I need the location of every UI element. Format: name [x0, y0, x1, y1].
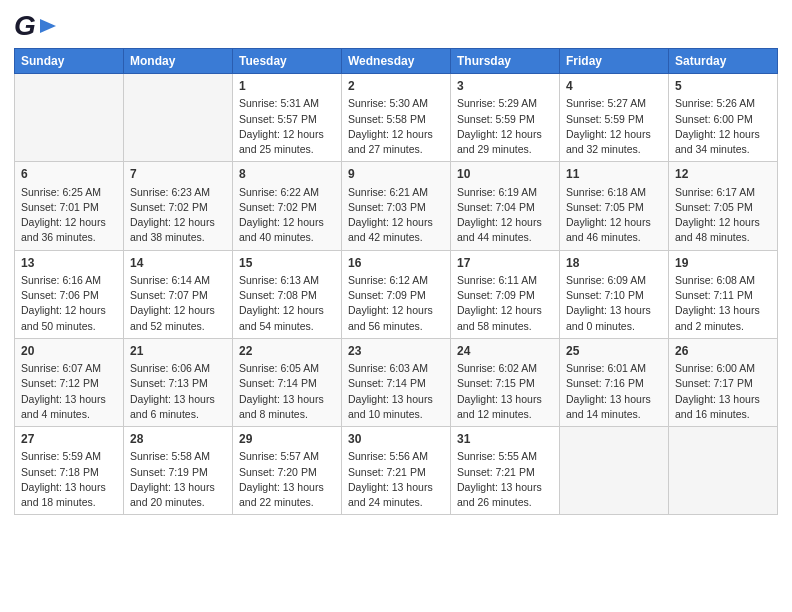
calendar-cell: 24Sunrise: 6:02 AMSunset: 7:15 PMDayligh…: [451, 338, 560, 426]
day-number: 10: [457, 166, 553, 183]
calendar-cell: 28Sunrise: 5:58 AMSunset: 7:19 PMDayligh…: [124, 427, 233, 515]
daylight-minutes-text: and 0 minutes.: [566, 320, 635, 332]
daylight-minutes-text: and 22 minutes.: [239, 496, 314, 508]
daylight-minutes-text: and 58 minutes.: [457, 320, 532, 332]
logo-g: G: [14, 10, 36, 42]
sunset-text: Sunset: 7:05 PM: [566, 201, 644, 213]
sunset-text: Sunset: 7:13 PM: [130, 377, 208, 389]
sunset-text: Sunset: 7:21 PM: [457, 466, 535, 478]
daylight-text: Daylight: 13 hours: [457, 481, 542, 493]
daylight-minutes-text: and 29 minutes.: [457, 143, 532, 155]
sunset-text: Sunset: 7:05 PM: [675, 201, 753, 213]
calendar-cell: 25Sunrise: 6:01 AMSunset: 7:16 PMDayligh…: [560, 338, 669, 426]
daylight-text: Daylight: 13 hours: [675, 393, 760, 405]
sunset-text: Sunset: 5:59 PM: [457, 113, 535, 125]
sunset-text: Sunset: 7:07 PM: [130, 289, 208, 301]
daylight-minutes-text: and 10 minutes.: [348, 408, 423, 420]
day-number: 8: [239, 166, 335, 183]
day-number: 24: [457, 343, 553, 360]
day-number: 15: [239, 255, 335, 272]
daylight-text: Daylight: 12 hours: [348, 128, 433, 140]
daylight-text: Daylight: 13 hours: [239, 393, 324, 405]
logo-arrow-icon: [40, 19, 56, 33]
sunset-text: Sunset: 7:15 PM: [457, 377, 535, 389]
sunset-text: Sunset: 7:09 PM: [348, 289, 426, 301]
calendar-cell: 19Sunrise: 6:08 AMSunset: 7:11 PMDayligh…: [669, 250, 778, 338]
sunset-text: Sunset: 7:01 PM: [21, 201, 99, 213]
daylight-minutes-text: and 36 minutes.: [21, 231, 96, 243]
weekday-header-tuesday: Tuesday: [233, 49, 342, 74]
sunset-text: Sunset: 5:57 PM: [239, 113, 317, 125]
header: G: [14, 10, 778, 42]
daylight-minutes-text: and 25 minutes.: [239, 143, 314, 155]
daylight-text: Daylight: 13 hours: [566, 304, 651, 316]
daylight-minutes-text: and 52 minutes.: [130, 320, 205, 332]
calendar-cell: 30Sunrise: 5:56 AMSunset: 7:21 PMDayligh…: [342, 427, 451, 515]
daylight-minutes-text: and 20 minutes.: [130, 496, 205, 508]
daylight-minutes-text: and 34 minutes.: [675, 143, 750, 155]
day-number: 22: [239, 343, 335, 360]
day-number: 11: [566, 166, 662, 183]
sunset-text: Sunset: 6:00 PM: [675, 113, 753, 125]
day-number: 19: [675, 255, 771, 272]
logo-blue: [37, 19, 56, 33]
logo: G: [14, 10, 56, 42]
day-number: 14: [130, 255, 226, 272]
day-number: 1: [239, 78, 335, 95]
sunrise-text: Sunrise: 6:12 AM: [348, 274, 428, 286]
sunrise-text: Sunrise: 6:23 AM: [130, 186, 210, 198]
daylight-text: Daylight: 13 hours: [348, 481, 433, 493]
day-number: 7: [130, 166, 226, 183]
calendar-cell: 6Sunrise: 6:25 AMSunset: 7:01 PMDaylight…: [15, 162, 124, 250]
day-number: 3: [457, 78, 553, 95]
calendar-cell: 4Sunrise: 5:27 AMSunset: 5:59 PMDaylight…: [560, 74, 669, 162]
daylight-text: Daylight: 13 hours: [675, 304, 760, 316]
calendar-week-1: 1Sunrise: 5:31 AMSunset: 5:57 PMDaylight…: [15, 74, 778, 162]
day-number: 30: [348, 431, 444, 448]
day-number: 26: [675, 343, 771, 360]
daylight-text: Daylight: 12 hours: [566, 128, 651, 140]
day-number: 20: [21, 343, 117, 360]
calendar-cell: 3Sunrise: 5:29 AMSunset: 5:59 PMDaylight…: [451, 74, 560, 162]
sunset-text: Sunset: 7:19 PM: [130, 466, 208, 478]
calendar-cell: 23Sunrise: 6:03 AMSunset: 7:14 PMDayligh…: [342, 338, 451, 426]
sunrise-text: Sunrise: 5:55 AM: [457, 450, 537, 462]
sunrise-text: Sunrise: 5:58 AM: [130, 450, 210, 462]
calendar-cell: [669, 427, 778, 515]
sunset-text: Sunset: 7:21 PM: [348, 466, 426, 478]
calendar-cell: 10Sunrise: 6:19 AMSunset: 7:04 PMDayligh…: [451, 162, 560, 250]
calendar-cell: 18Sunrise: 6:09 AMSunset: 7:10 PMDayligh…: [560, 250, 669, 338]
daylight-text: Daylight: 13 hours: [457, 393, 542, 405]
calendar-cell: 2Sunrise: 5:30 AMSunset: 5:58 PMDaylight…: [342, 74, 451, 162]
daylight-text: Daylight: 13 hours: [348, 393, 433, 405]
daylight-text: Daylight: 12 hours: [21, 216, 106, 228]
calendar-cell: 13Sunrise: 6:16 AMSunset: 7:06 PMDayligh…: [15, 250, 124, 338]
sunrise-text: Sunrise: 5:56 AM: [348, 450, 428, 462]
daylight-minutes-text: and 6 minutes.: [130, 408, 199, 420]
daylight-minutes-text: and 56 minutes.: [348, 320, 423, 332]
daylight-text: Daylight: 13 hours: [130, 393, 215, 405]
weekday-header-friday: Friday: [560, 49, 669, 74]
daylight-text: Daylight: 12 hours: [457, 128, 542, 140]
daylight-text: Daylight: 13 hours: [130, 481, 215, 493]
daylight-text: Daylight: 13 hours: [21, 393, 106, 405]
calendar-cell: 29Sunrise: 5:57 AMSunset: 7:20 PMDayligh…: [233, 427, 342, 515]
daylight-minutes-text: and 14 minutes.: [566, 408, 641, 420]
sunset-text: Sunset: 7:02 PM: [130, 201, 208, 213]
daylight-text: Daylight: 12 hours: [130, 216, 215, 228]
daylight-minutes-text: and 50 minutes.: [21, 320, 96, 332]
sunrise-text: Sunrise: 6:01 AM: [566, 362, 646, 374]
sunrise-text: Sunrise: 6:17 AM: [675, 186, 755, 198]
daylight-text: Daylight: 13 hours: [21, 481, 106, 493]
day-number: 28: [130, 431, 226, 448]
calendar-cell: 16Sunrise: 6:12 AMSunset: 7:09 PMDayligh…: [342, 250, 451, 338]
daylight-minutes-text: and 18 minutes.: [21, 496, 96, 508]
daylight-minutes-text: and 4 minutes.: [21, 408, 90, 420]
calendar-cell: 15Sunrise: 6:13 AMSunset: 7:08 PMDayligh…: [233, 250, 342, 338]
sunset-text: Sunset: 7:14 PM: [348, 377, 426, 389]
calendar-cell: 9Sunrise: 6:21 AMSunset: 7:03 PMDaylight…: [342, 162, 451, 250]
sunset-text: Sunset: 7:20 PM: [239, 466, 317, 478]
sunrise-text: Sunrise: 6:06 AM: [130, 362, 210, 374]
daylight-text: Daylight: 12 hours: [566, 216, 651, 228]
daylight-text: Daylight: 13 hours: [566, 393, 651, 405]
